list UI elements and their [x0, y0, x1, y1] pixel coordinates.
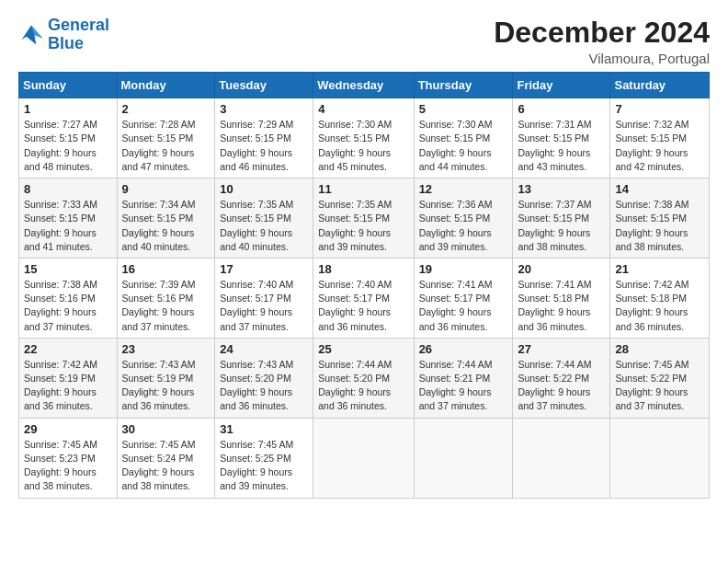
day-cell: 24Sunrise: 7:43 AM Sunset: 5:20 PM Dayli… [215, 338, 313, 418]
day-number: 28 [615, 342, 704, 356]
day-number: 22 [24, 342, 112, 356]
day-number: 1 [24, 102, 112, 116]
col-tuesday: Tuesday [215, 73, 313, 98]
day-number: 30 [122, 422, 210, 436]
day-cell: 23Sunrise: 7:43 AM Sunset: 5:19 PM Dayli… [117, 338, 215, 418]
day-detail: Sunrise: 7:45 AM Sunset: 5:23 PM Dayligh… [24, 438, 112, 494]
day-number: 3 [220, 102, 308, 116]
day-cell: 9Sunrise: 7:34 AM Sunset: 5:15 PM Daylig… [117, 178, 215, 259]
day-detail: Sunrise: 7:33 AM Sunset: 5:15 PM Dayligh… [24, 198, 112, 254]
day-number: 13 [518, 182, 605, 196]
day-detail: Sunrise: 7:35 AM Sunset: 5:15 PM Dayligh… [220, 198, 308, 254]
day-cell: 30Sunrise: 7:45 AM Sunset: 5:24 PM Dayli… [117, 418, 215, 498]
day-number: 14 [615, 182, 704, 196]
day-cell: 10Sunrise: 7:35 AM Sunset: 5:15 PM Dayli… [215, 178, 313, 259]
day-cell: 26Sunrise: 7:44 AM Sunset: 5:21 PM Dayli… [414, 338, 513, 418]
day-number: 8 [24, 182, 112, 196]
logo: General Blue [18, 17, 109, 53]
location: Vilamoura, Portugal [494, 51, 710, 66]
month-title: December 2024 [494, 17, 710, 49]
day-cell: 27Sunrise: 7:44 AM Sunset: 5:22 PM Dayli… [513, 338, 610, 418]
day-cell: 31Sunrise: 7:45 AM Sunset: 5:25 PM Dayli… [215, 418, 313, 498]
day-cell: 4Sunrise: 7:30 AM Sunset: 5:15 PM Daylig… [313, 98, 414, 178]
day-detail: Sunrise: 7:42 AM Sunset: 5:19 PM Dayligh… [24, 358, 112, 414]
day-detail: Sunrise: 7:40 AM Sunset: 5:17 PM Dayligh… [220, 278, 308, 334]
day-detail: Sunrise: 7:44 AM Sunset: 5:21 PM Dayligh… [419, 358, 508, 414]
day-number: 2 [122, 102, 210, 116]
day-cell: 17Sunrise: 7:40 AM Sunset: 5:17 PM Dayli… [215, 258, 313, 338]
day-number: 15 [24, 262, 112, 276]
day-detail: Sunrise: 7:38 AM Sunset: 5:15 PM Dayligh… [615, 198, 704, 254]
day-cell: 29Sunrise: 7:45 AM Sunset: 5:23 PM Dayli… [19, 418, 118, 498]
day-cell: 13Sunrise: 7:37 AM Sunset: 5:15 PM Dayli… [513, 178, 610, 259]
day-detail: Sunrise: 7:45 AM Sunset: 5:25 PM Dayligh… [220, 438, 308, 494]
day-cell: 15Sunrise: 7:38 AM Sunset: 5:16 PM Dayli… [19, 258, 118, 338]
day-cell: 8Sunrise: 7:33 AM Sunset: 5:15 PM Daylig… [19, 178, 118, 259]
day-number: 17 [220, 262, 308, 276]
day-number: 20 [518, 262, 605, 276]
day-number: 23 [122, 342, 210, 356]
day-cell: 7Sunrise: 7:32 AM Sunset: 5:15 PM Daylig… [610, 98, 710, 178]
day-detail: Sunrise: 7:30 AM Sunset: 5:15 PM Dayligh… [318, 118, 408, 174]
day-cell: 22Sunrise: 7:42 AM Sunset: 5:19 PM Dayli… [19, 338, 118, 418]
day-cell: 11Sunrise: 7:35 AM Sunset: 5:15 PM Dayli… [313, 178, 414, 259]
day-cell: 5Sunrise: 7:30 AM Sunset: 5:15 PM Daylig… [414, 98, 513, 178]
day-number: 9 [122, 182, 210, 196]
day-cell [313, 418, 414, 498]
logo-icon [18, 22, 44, 48]
col-wednesday: Wednesday [313, 73, 414, 98]
day-detail: Sunrise: 7:32 AM Sunset: 5:15 PM Dayligh… [615, 118, 704, 174]
day-cell: 25Sunrise: 7:44 AM Sunset: 5:20 PM Dayli… [313, 338, 414, 418]
day-detail: Sunrise: 7:31 AM Sunset: 5:15 PM Dayligh… [518, 118, 605, 174]
day-detail: Sunrise: 7:27 AM Sunset: 5:15 PM Dayligh… [24, 118, 112, 174]
calendar-page: General Blue December 2024 Vilamoura, Po… [0, 0, 728, 508]
day-detail: Sunrise: 7:30 AM Sunset: 5:15 PM Dayligh… [419, 118, 508, 174]
day-detail: Sunrise: 7:44 AM Sunset: 5:20 PM Dayligh… [318, 358, 408, 414]
col-sunday: Sunday [19, 73, 118, 98]
day-cell: 14Sunrise: 7:38 AM Sunset: 5:15 PM Dayli… [610, 178, 710, 259]
day-cell: 18Sunrise: 7:40 AM Sunset: 5:17 PM Dayli… [313, 258, 414, 338]
day-detail: Sunrise: 7:41 AM Sunset: 5:18 PM Dayligh… [518, 278, 605, 334]
day-number: 18 [318, 262, 408, 276]
day-cell [513, 418, 610, 498]
day-detail: Sunrise: 7:34 AM Sunset: 5:15 PM Dayligh… [122, 198, 210, 254]
week-row-3: 15Sunrise: 7:38 AM Sunset: 5:16 PM Dayli… [19, 258, 710, 338]
day-number: 12 [419, 182, 508, 196]
day-number: 29 [24, 422, 112, 436]
logo-text: General Blue [48, 17, 109, 53]
day-detail: Sunrise: 7:43 AM Sunset: 5:19 PM Dayligh… [122, 358, 210, 414]
day-number: 21 [615, 262, 704, 276]
day-cell: 6Sunrise: 7:31 AM Sunset: 5:15 PM Daylig… [513, 98, 610, 178]
day-cell: 2Sunrise: 7:28 AM Sunset: 5:15 PM Daylig… [117, 98, 215, 178]
day-detail: Sunrise: 7:43 AM Sunset: 5:20 PM Dayligh… [220, 358, 308, 414]
day-number: 4 [318, 102, 408, 116]
day-cell: 19Sunrise: 7:41 AM Sunset: 5:17 PM Dayli… [414, 258, 513, 338]
day-number: 10 [220, 182, 308, 196]
day-detail: Sunrise: 7:45 AM Sunset: 5:22 PM Dayligh… [615, 358, 704, 414]
day-number: 31 [220, 422, 308, 436]
week-row-1: 1Sunrise: 7:27 AM Sunset: 5:15 PM Daylig… [19, 98, 710, 178]
day-number: 27 [518, 342, 605, 356]
day-detail: Sunrise: 7:38 AM Sunset: 5:16 PM Dayligh… [24, 278, 112, 334]
col-friday: Friday [513, 73, 610, 98]
day-number: 7 [615, 102, 704, 116]
day-number: 6 [518, 102, 605, 116]
day-detail: Sunrise: 7:41 AM Sunset: 5:17 PM Dayligh… [419, 278, 508, 334]
day-cell: 21Sunrise: 7:42 AM Sunset: 5:18 PM Dayli… [610, 258, 710, 338]
day-cell: 28Sunrise: 7:45 AM Sunset: 5:22 PM Dayli… [610, 338, 710, 418]
day-number: 16 [122, 262, 210, 276]
day-cell [414, 418, 513, 498]
col-monday: Monday [117, 73, 215, 98]
day-cell [610, 418, 710, 498]
day-cell: 1Sunrise: 7:27 AM Sunset: 5:15 PM Daylig… [19, 98, 118, 178]
week-row-5: 29Sunrise: 7:45 AM Sunset: 5:23 PM Dayli… [19, 418, 710, 498]
week-row-2: 8Sunrise: 7:33 AM Sunset: 5:15 PM Daylig… [19, 178, 710, 259]
day-detail: Sunrise: 7:44 AM Sunset: 5:22 PM Dayligh… [518, 358, 605, 414]
day-number: 24 [220, 342, 308, 356]
day-detail: Sunrise: 7:37 AM Sunset: 5:15 PM Dayligh… [518, 198, 605, 254]
day-detail: Sunrise: 7:45 AM Sunset: 5:24 PM Dayligh… [122, 438, 210, 494]
day-detail: Sunrise: 7:29 AM Sunset: 5:15 PM Dayligh… [220, 118, 308, 174]
day-detail: Sunrise: 7:36 AM Sunset: 5:15 PM Dayligh… [419, 198, 508, 254]
day-number: 19 [419, 262, 508, 276]
week-row-4: 22Sunrise: 7:42 AM Sunset: 5:19 PM Dayli… [19, 338, 710, 418]
